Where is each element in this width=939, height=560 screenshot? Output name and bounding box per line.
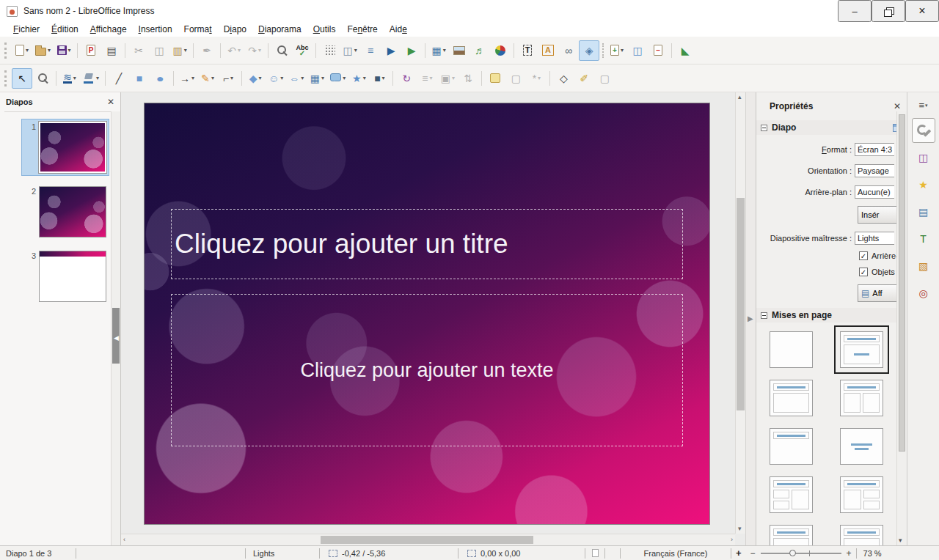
text-box-frame-button[interactable]: [485, 68, 505, 89]
layout-option-5[interactable]: [770, 428, 813, 465]
vertical-scrollbar-thumb[interactable]: [737, 198, 745, 410]
format-select[interactable]: Écran 4:3: [855, 143, 894, 156]
properties-scrollbar-thumb[interactable]: [899, 114, 905, 452]
rotate-button[interactable]: ↻: [396, 68, 417, 89]
layout-option-3[interactable]: [770, 380, 813, 416]
zoom-out-button[interactable]: −: [749, 548, 757, 559]
align-objects-button[interactable]: ≡▾: [417, 68, 437, 89]
insert-textbox-button[interactable]: T: [517, 40, 538, 61]
layout-option-7[interactable]: [770, 476, 813, 513]
horizontal-scrollbar[interactable]: ‹ ›: [121, 534, 735, 545]
orientation-select[interactable]: Paysage: [855, 164, 894, 177]
objects-checkbox[interactable]: ✓: [859, 268, 868, 276]
insert-fontwork-button[interactable]: A: [538, 40, 558, 61]
scroll-up-arrow-icon[interactable]: ▴: [738, 94, 742, 100]
extrusion-toggle-button[interactable]: ▢: [594, 68, 615, 89]
collapse-icon[interactable]: [761, 125, 767, 131]
slides-panel-collapse-arrow-icon[interactable]: ◀: [114, 334, 119, 342]
zoom-slider[interactable]: − +: [746, 548, 856, 559]
menu-diapo[interactable]: Diapo: [218, 23, 252, 36]
tab-gallery[interactable]: ▧: [912, 254, 935, 279]
menu-affichage[interactable]: Affichage: [84, 23, 133, 36]
slide-item-2[interactable]: 2: [22, 184, 109, 240]
slides-panel-scrollbar[interactable]: ◀: [111, 111, 120, 545]
minimize-button[interactable]: –: [838, 0, 872, 22]
filter-effects-button[interactable]: *▾: [526, 68, 547, 89]
tab-master-slides[interactable]: ▤: [912, 199, 935, 224]
menu-diaporama[interactable]: Diaporama: [252, 23, 307, 36]
display-master-button[interactable]: ▤ Aff: [858, 284, 897, 302]
tab-styles[interactable]: T: [912, 226, 935, 251]
distribute-selection-button[interactable]: ⇅: [458, 68, 478, 89]
new-slide-button[interactable]: +▾: [607, 40, 627, 61]
toolbar-handle[interactable]: [4, 70, 8, 86]
insert-chart-button[interactable]: [490, 40, 511, 61]
start-current-slide-button[interactable]: ▶: [401, 40, 422, 61]
print-button[interactable]: ▤: [101, 40, 122, 61]
lines-arrows-button[interactable]: →▾: [177, 68, 197, 89]
tab-animation[interactable]: ★: [912, 172, 935, 197]
new-document-button[interactable]: ▾: [12, 40, 32, 61]
fill-color-button[interactable]: ▾: [80, 68, 102, 89]
slide-item-1[interactable]: 1: [22, 119, 109, 175]
delete-slide-button[interactable]: –: [648, 40, 668, 61]
tab-properties[interactable]: [912, 118, 935, 143]
scroll-down-arrow-icon[interactable]: ▾: [738, 526, 742, 532]
rectangle-button[interactable]: ■: [129, 68, 150, 89]
tab-navigator[interactable]: ◎: [912, 281, 935, 306]
layout-option-2[interactable]: [840, 331, 883, 368]
menu-insertion[interactable]: Insertion: [133, 23, 178, 36]
layout-option-10[interactable]: [840, 525, 883, 545]
sidebar-settings-button[interactable]: ≡▾: [918, 100, 927, 111]
slide-thumbnail-1[interactable]: [39, 122, 106, 173]
slide-thumbnail-3[interactable]: [39, 251, 106, 302]
basic-shapes-button[interactable]: ◆▾: [245, 68, 266, 89]
properties-scrollbar[interactable]: ▾: [896, 111, 907, 545]
insert-line-button[interactable]: ╱: [109, 68, 129, 89]
symbol-shapes-button[interactable]: ☺▾: [266, 68, 286, 89]
show-draw-functions-button[interactable]: ◈: [579, 40, 599, 61]
start-first-slide-button[interactable]: ▶: [381, 40, 401, 61]
master-slide-status[interactable]: Lights: [246, 546, 319, 560]
insert-hyperlink-button[interactable]: ∞: [558, 40, 579, 61]
master-slide-select[interactable]: Lights: [855, 232, 894, 245]
text-placeholder[interactable]: Cliquez pour ajouter un texte: [171, 294, 683, 446]
connectors-button[interactable]: ⌐▾: [218, 68, 238, 89]
properties-scroll-down-icon[interactable]: ▾: [899, 537, 902, 544]
zoom-in-button[interactable]: +: [845, 548, 853, 559]
menu-edition[interactable]: Édition: [45, 23, 84, 36]
menu-outils[interactable]: Outils: [307, 23, 342, 36]
tab-slide-transition[interactable]: ◫: [912, 145, 935, 170]
display-mode-button[interactable]: ≡: [360, 40, 381, 61]
slides-panel-close-button[interactable]: ✕: [107, 97, 114, 107]
fit-slide-icon[interactable]: +: [731, 548, 746, 559]
save-button[interactable]: ▾: [54, 40, 74, 61]
block-arrows-button[interactable]: ⇔▾: [286, 68, 307, 89]
duplicate-slide-button[interactable]: ◫: [627, 40, 648, 61]
menu-fichier[interactable]: Fichier: [7, 23, 45, 36]
slide-thumbnail-2[interactable]: [39, 186, 106, 237]
background-checkbox[interactable]: ✓: [859, 251, 868, 260]
line-style-button[interactable]: ≋▾: [59, 68, 80, 89]
horizontal-scrollbar-thumb[interactable]: [321, 536, 533, 544]
menu-fenetre[interactable]: Fenêtre: [341, 23, 383, 36]
export-pdf-button[interactable]: P: [81, 40, 101, 61]
slides-panel-scrollbar-thumb[interactable]: ◀: [112, 308, 120, 364]
find-replace-button[interactable]: [271, 40, 292, 61]
layout-option-9[interactable]: [770, 525, 813, 545]
sidebar-splitter-arrow-icon[interactable]: ▶: [748, 314, 753, 323]
display-views-button[interactable]: ◫▾: [340, 40, 360, 61]
ellipse-button[interactable]: ●: [150, 68, 170, 89]
sidebar-splitter[interactable]: ▶: [745, 92, 756, 545]
callout-shapes-button[interactable]: ▾: [327, 68, 348, 89]
glue-points-button[interactable]: ✐: [574, 68, 594, 89]
close-button[interactable]: ×: [905, 0, 939, 22]
spelling-button[interactable]: Abc: [292, 40, 313, 61]
restore-button[interactable]: [872, 0, 905, 22]
background-select[interactable]: Aucun(e): [855, 185, 894, 199]
layout-option-1[interactable]: [770, 331, 813, 368]
insert-table-button[interactable]: ▦▾: [428, 40, 449, 61]
scroll-left-arrow-icon[interactable]: ‹: [123, 537, 125, 543]
vertical-scrollbar[interactable]: ▴ ▾: [735, 92, 745, 534]
master-slide-button[interactable]: ◣: [675, 40, 695, 61]
